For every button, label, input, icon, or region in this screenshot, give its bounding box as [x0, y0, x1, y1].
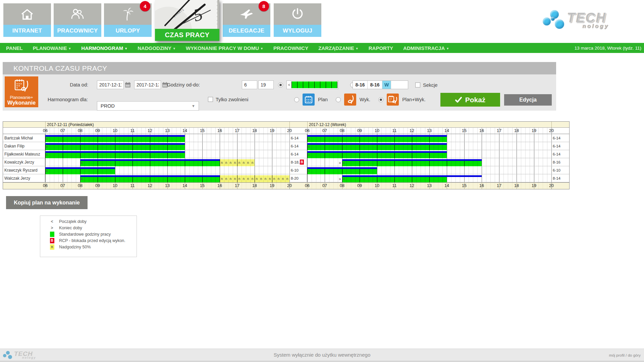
- view-radio-wyk-[interactable]: [336, 97, 341, 102]
- footer-links: mój profil / do góry: [609, 353, 641, 357]
- planowanie-wykonanie-tile[interactable]: Planowanie+ Wykonanie: [5, 76, 38, 107]
- schedule-row: Walczak Jerzynnnnnnnnnnnnnnnn<8-20><8-14: [3, 174, 569, 182]
- harmonogram-select[interactable]: PROD ▼: [97, 101, 199, 111]
- day-summary: 8-14: [551, 174, 569, 182]
- menu-item-zarządzanie[interactable]: ZARZĄDZANIE▼: [318, 45, 359, 51]
- nav-tile-czas-pracy[interactable]: 5 QUARTZ CZAS PRACY: [155, 0, 219, 41]
- hours-label: Godziny od-do:: [163, 80, 200, 89]
- nav-tile-label: CZAS PRACY: [155, 29, 219, 41]
- legend-item: <Początek doby: [40, 218, 137, 225]
- date-to-input[interactable]: [134, 80, 161, 89]
- clock-photo: 5 QUARTZ: [155, 0, 219, 29]
- schedule-day-grid[interactable]: nnnnnnnn<: [45, 158, 289, 166]
- schedule-day-grid[interactable]: nnnnnnnnnnnnnnnn<: [45, 174, 289, 182]
- legend-label: Początek doby: [59, 219, 87, 224]
- range-mode-graphic-radio[interactable]: [278, 82, 283, 87]
- date-from-input[interactable]: [97, 80, 124, 89]
- day-header-1: 2017-12-11 (Poniedziałek): [45, 122, 289, 127]
- day-summary-header-spacer: [289, 122, 307, 127]
- hour-label: 07: [319, 183, 331, 189]
- hand-orange-icon: [344, 94, 356, 106]
- schedule-day-grid[interactable]: <: [307, 142, 551, 150]
- schedule-day-grid[interactable]: <: [307, 134, 551, 142]
- hour-label: 11: [388, 128, 400, 134]
- legend-box: <Początek doby>Koniec dobyStandardowe go…: [40, 216, 137, 257]
- legend-item: nNadgodziny 50%: [40, 244, 137, 250]
- hour-from-input[interactable]: [242, 80, 257, 89]
- hour-label: 12: [144, 128, 156, 134]
- menu-item-administracja[interactable]: ADMINISTRACJA▼: [403, 45, 449, 51]
- menu-item-pracownicy[interactable]: PRACOWNICY: [273, 45, 308, 51]
- legend-item: >Koniec doby: [40, 225, 137, 231]
- menu-item-label: RAPORTY: [369, 45, 393, 51]
- plan-bar: [307, 143, 447, 145]
- schedule-day-grid[interactable]: ><: [307, 174, 551, 182]
- nav-tile-delegacje[interactable]: DELEGACJE8: [223, 3, 270, 37]
- schedule-day-grid[interactable]: <: [307, 150, 551, 158]
- menu-item-planowanie[interactable]: PLANOWANIE▼: [33, 45, 71, 51]
- schedule-day-grid[interactable]: <: [307, 166, 551, 174]
- schedule-hour-header-row: 0607080910111213141516171819200607080910…: [3, 128, 569, 134]
- hour-label: 07: [319, 128, 331, 134]
- schedule-day-grid[interactable]: ><: [307, 158, 551, 166]
- hour-label: 09: [354, 128, 366, 134]
- day-summary: 6-14: [551, 142, 569, 150]
- view-radio-label: Plan: [318, 97, 328, 102]
- hour-to-input[interactable]: [258, 80, 274, 89]
- tylko-zwolnieni-checkbox[interactable]: [208, 97, 213, 102]
- start-of-day-marker: <: [308, 167, 310, 174]
- hour-label: 11: [126, 183, 139, 189]
- day-summary-text: 6-14: [553, 152, 560, 156]
- moj-profil-link[interactable]: mój profil: [609, 353, 625, 357]
- day-summary-header-spacer: [551, 122, 569, 127]
- hour-label: 18: [249, 128, 261, 134]
- menu-item-label: PLANOWANIE: [33, 45, 67, 51]
- hour-label: 15: [196, 183, 208, 189]
- menu-item-nadgodziny[interactable]: NADGODZINY▼: [138, 45, 176, 51]
- kopiuj-plan-button[interactable]: Kopiuj plan na wykonanie: [6, 196, 88, 209]
- hour-label: 10: [109, 183, 121, 189]
- range-w-cell[interactable]: W: [382, 81, 391, 89]
- hour-label: 07: [57, 128, 69, 134]
- sekcje-checkbox[interactable]: [415, 82, 420, 87]
- pokaz-button[interactable]: Pokaż: [440, 93, 500, 107]
- rcp-block-badge: B: [300, 160, 304, 165]
- schedule-day-grid[interactable]: <: [45, 142, 289, 150]
- calendar-hand-orange-icon: [387, 94, 399, 106]
- menu-item-panel[interactable]: PANEL: [6, 45, 23, 51]
- menu-item-raporty[interactable]: RAPORTY: [369, 45, 393, 51]
- day-summary-text: 8-14: [553, 176, 560, 180]
- calendar-icon[interactable]: [125, 82, 131, 88]
- strip-start-marker: <: [287, 81, 291, 89]
- nav-tile-pracownicy[interactable]: PRACOWNICY: [54, 3, 101, 37]
- schedule-day-grid[interactable]: <: [45, 150, 289, 158]
- range-from-value[interactable]: 8-16: [353, 81, 368, 89]
- nav-tile-urlopy[interactable]: URLOPY4: [104, 3, 152, 37]
- menu-item-label: WYKONANIE PRACY W DOMU: [186, 45, 259, 51]
- nav-tile-label: DELEGACJE: [223, 25, 270, 37]
- schedule-day-grid[interactable]: <: [45, 166, 289, 174]
- view-radio-plan[interactable]: [294, 97, 299, 102]
- nav-tile-label: INTRANET: [3, 25, 51, 37]
- nav-tile-intranet[interactable]: INTRANET: [3, 3, 51, 37]
- menu-item-wykonanie-pracy-w-domu[interactable]: WYKONANIE PRACY W DOMU▼: [186, 45, 263, 51]
- menu-item-harmonogram[interactable]: HARMONOGRAM▼: [81, 45, 127, 51]
- edycja-button[interactable]: Edycja: [504, 94, 552, 106]
- hour-label: 12: [406, 128, 418, 134]
- schedule-hour-footer-row: 0607080910111213141516171819200607080910…: [3, 182, 569, 189]
- nav-tile-wyloguj[interactable]: WYLOGUJ: [274, 3, 321, 37]
- view-radio-plan-wyk-[interactable]: [378, 97, 383, 102]
- schedule-row: Bartczak Michał<6-14<6-14: [3, 134, 569, 142]
- schedule-row: Kowalczyk Jerzynnnnnnnn<8-18,B><8-16: [3, 158, 569, 166]
- schedule-day-grid[interactable]: <: [45, 134, 289, 142]
- menu-item-label: HARMONOGRAM: [81, 45, 123, 51]
- view-radio-label: Wyk.: [360, 97, 370, 102]
- hour-label: 17: [493, 128, 505, 134]
- hour-label: 09: [354, 183, 366, 189]
- range-to-value[interactable]: 8-16: [368, 81, 382, 89]
- day-summary: 8-16: [551, 158, 569, 166]
- do-gory-link[interactable]: do góry: [628, 353, 641, 357]
- hour-label: 14: [179, 128, 191, 134]
- hour-label: 19: [528, 183, 540, 189]
- page-title: KONTROLA CZASU PRACY: [3, 62, 556, 74]
